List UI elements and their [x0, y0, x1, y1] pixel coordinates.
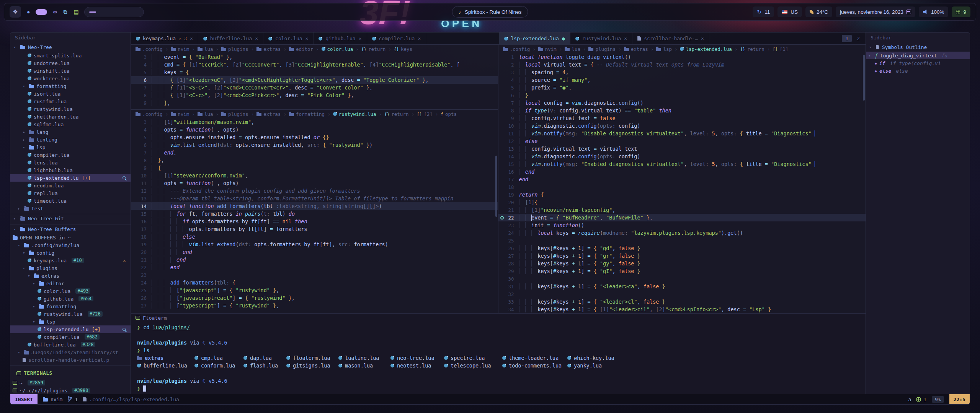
tab-lsp-extended-lua[interactable]: lsp-extended.lua●: [499, 33, 570, 45]
file-entry[interactable]: cmp.lua: [194, 355, 243, 361]
code-line[interactable]: 12 else: [498, 137, 866, 145]
code-line[interactable]: 11 opts = function(_, opts): [131, 179, 498, 187]
code-line[interactable]: 17 opts.formatters_by_ft[ft] = formatter…: [131, 225, 498, 233]
file-entry[interactable]: gitsigns.lua: [286, 363, 338, 369]
code-line[interactable]: 15 vim.notify(msg: "Enabled diagnostics …: [498, 160, 866, 168]
buffer-item[interactable]: bufferline.lua#328: [10, 341, 131, 348]
neotree-item[interactable]: compiler.lua: [10, 151, 131, 159]
terminal-output[interactable]: ❯ cd lua/plugins/nvim/lua/plugins via ☾ …: [131, 322, 866, 394]
close-icon[interactable]: ×: [190, 36, 193, 41]
code-line[interactable]: 25: [498, 237, 866, 244]
breadcrumb-seg[interactable]: plugins: [221, 111, 248, 117]
code-line[interactable]: 20 [1]{: [498, 198, 866, 206]
breadcrumb-seg[interactable]: [][1]: [773, 46, 788, 52]
breadcrumb-seg[interactable]: editor: [289, 46, 313, 52]
code-line[interactable]: 14 vim.diagnostic.config(opts: config): [498, 153, 866, 160]
code-line[interactable]: 8 },: [131, 156, 498, 164]
code-line[interactable]: 12 --- Extend the conform plugin config …: [131, 187, 498, 195]
neotree-item[interactable]: neodim.lua: [10, 182, 131, 189]
search-input[interactable]: [84, 7, 144, 17]
scrollbar[interactable]: [495, 156, 497, 217]
code-line[interactable]: 13 ---@param tbl table<string, conform.F…: [131, 195, 498, 202]
breadcrumb-seg[interactable]: rustywind.lua: [333, 111, 376, 117]
neotree-item[interactable]: lens.lua: [10, 159, 131, 166]
section-neotree[interactable]: ▾ Neo-Tree: [10, 42, 131, 52]
code-line[interactable]: 15 for ft, formatters in pairs(t: tbl) d…: [131, 210, 498, 218]
file-entry[interactable]: dap.lua: [243, 355, 286, 361]
breadcrumb-seg[interactable]: {}return: [740, 46, 764, 52]
now-playing-widget[interactable]: ♪ Spiritbox - Rule Of Nines: [452, 6, 528, 18]
file-entry[interactable]: neotest.lua: [390, 363, 444, 369]
editor-pane-color[interactable]: .config›nvim›lua›plugins›extras›editor›c…: [131, 45, 498, 110]
clock-widget[interactable]: jueves, noviembre 16, 2023: [836, 7, 915, 17]
code-line[interactable]: 26 ["javascriptreact"] = { "rustywind" }…: [131, 294, 498, 302]
code-line[interactable]: 27 keys[#keys + 1] = { "gr", false }: [498, 252, 866, 260]
code-line[interactable]: 9 {: [131, 164, 498, 172]
outline-item[interactable]: ▾ƒtoggle_diag_virtextfu: [866, 52, 970, 59]
code-line[interactable]: 33 keys[#keys + 1] = { "<leader>cl", fal…: [498, 298, 866, 306]
breadcrumb-seg[interactable]: plugins: [588, 46, 616, 52]
code-line[interactable]: 11 vim.notify(msg: "Disable diagnostics …: [498, 130, 866, 137]
tabpage-2[interactable]: 2: [853, 35, 863, 42]
breadcrumb-seg[interactable]: lua: [565, 46, 580, 52]
breadcrumb-seg[interactable]: ƒopts: [441, 111, 457, 117]
code-line[interactable]: 10 vim.diagnostic.config(opts: config): [498, 122, 866, 130]
code-line[interactable]: 25 ["javascript"] = { "rustywind" },: [131, 286, 498, 294]
terminal-item[interactable]: ~#2859: [10, 379, 131, 387]
breadcrumb-seg[interactable]: lua: [198, 46, 213, 52]
code-line[interactable]: 16 if opts.formatters_by_ft[ft] == nil t…: [131, 218, 498, 225]
breadcrumb-seg[interactable]: plugins: [221, 46, 248, 52]
file-entry[interactable]: neo-tree.lua: [390, 355, 444, 361]
code-line[interactable]: 19return {: [498, 191, 866, 198]
code-line[interactable]: 30: [498, 275, 866, 283]
neotree-item[interactable]: shellharden.lua: [10, 113, 131, 120]
code-line[interactable]: 21 end: [131, 256, 498, 263]
code-line[interactable]: 3 event = { "BufRead" },: [131, 53, 498, 61]
neotree-item[interactable]: ▸linting: [10, 136, 131, 143]
code-line[interactable]: 6 { [1]"<leader>uC", [2]"<cmd>CccHighlig…: [131, 76, 498, 84]
file-entry[interactable]: lualine.lua: [338, 355, 390, 361]
buffer-item[interactable]: github.lua#654: [10, 295, 131, 302]
code-line[interactable]: 4 cmd = { [1]"CccPick", [2]"CccConvert",…: [131, 61, 498, 68]
buffer-item[interactable]: OPEN BUFFERS in ~: [10, 234, 131, 241]
neotree-item[interactable]: lightbulb.lua: [10, 166, 131, 174]
code-line[interactable]: 27 ["typescript"] = { "rustywind" },: [131, 302, 498, 309]
neotree-item[interactable]: isort.lua: [10, 90, 131, 98]
buffer-item[interactable]: ▾lsp: [10, 318, 131, 325]
code-line[interactable]: 22 end: [131, 263, 498, 271]
buffer-item[interactable]: ▾formatting: [10, 302, 131, 310]
close-icon[interactable]: ×: [624, 36, 627, 41]
file-entry[interactable]: conform.lua: [194, 363, 243, 369]
buffer-item[interactable]: lsp-extended.lu[+]: [10, 325, 131, 333]
tabpage-1[interactable]: 1: [842, 35, 852, 42]
tray-widget[interactable]: 9: [952, 7, 970, 17]
code-line[interactable]: 9 config.virtual_text = false: [498, 114, 866, 122]
file-entry[interactable]: which-key.lua: [567, 355, 866, 361]
code-line[interactable]: 28 keys[#keys + 1] = { "gy", false }: [498, 260, 866, 267]
tab-keymaps-lua[interactable]: keymaps.lua⚠ 3×: [131, 33, 198, 45]
breadcrumb-seg[interactable]: .config: [136, 111, 163, 117]
buffer-item[interactable]: color.lua#493: [10, 287, 131, 295]
breadcrumb-seg[interactable]: nvim: [171, 111, 189, 117]
code-line[interactable]: 21 [1]"neovim/nvim-lspconfig",: [498, 206, 866, 214]
code-line[interactable]: 23 init = function(): [498, 221, 866, 229]
breadcrumb-seg[interactable]: lsp: [656, 46, 672, 52]
section-neotree-buffers[interactable]: ▾ Neo-Tree Buffers: [10, 224, 131, 234]
code-line[interactable]: 20 end: [131, 248, 498, 256]
code-line[interactable]: 2 local virtual_text = { -- Default virt…: [498, 61, 866, 68]
code-line[interactable]: 29 keys[#keys + 1] = { "gI", false }: [498, 267, 866, 275]
neotree-item[interactable]: rustfmt.lua: [10, 98, 131, 105]
neotree-item[interactable]: winshift.lua: [10, 67, 131, 75]
buffer-item[interactable]: ▾Juegos/Indies/SteamLibrary/st: [10, 348, 131, 356]
close-icon[interactable]: ×: [418, 36, 421, 41]
neotree-item[interactable]: ▾lsp: [10, 143, 131, 151]
neotree-item[interactable]: sqlfmt.lua: [10, 120, 131, 128]
neotree-item[interactable]: undotree.lua: [10, 59, 131, 67]
code-area-rustywind[interactable]: 3 [1]"williamboman/mason.nvim",4 opts = …: [131, 118, 498, 313]
code-line[interactable]: 16 end: [498, 168, 866, 176]
file-entry[interactable]: yanky.lua: [567, 363, 866, 369]
section-neotree-git[interactable]: ▸ Neo-Tree Git: [10, 214, 131, 223]
breadcrumb-seg[interactable]: nvim: [538, 46, 557, 52]
code-line[interactable]: 8 if type(v: config.virtual_text) == "ta…: [498, 107, 866, 114]
code-line[interactable]: 24 local keys = require(modname: "lazyvi…: [498, 229, 866, 237]
